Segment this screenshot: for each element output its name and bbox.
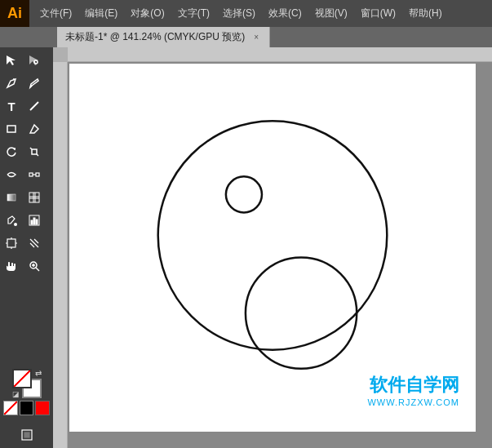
extra-color-row <box>3 398 50 418</box>
menu-type[interactable]: 文字(T) <box>172 5 215 22</box>
tab-title: 未标题-1* @ 141.24% (CMYK/GPU 预览) <box>65 30 245 44</box>
paint-bucket-button[interactable] <box>0 209 23 232</box>
hand-tool-button[interactable] <box>0 255 23 277</box>
svg-line-30 <box>30 243 34 247</box>
menu-help[interactable]: 帮助(H) <box>403 5 448 22</box>
warp-tool-button[interactable] <box>0 163 23 186</box>
color-area: ⇄ ◪ <box>0 364 53 421</box>
pencil-tool-button[interactable] <box>23 72 46 95</box>
svg-line-29 <box>34 239 38 243</box>
direct-selection-tool-button[interactable] <box>23 49 46 72</box>
color-swatches: ⇄ ◪ <box>12 369 42 398</box>
svg-line-8 <box>37 154 38 156</box>
screen-mode-button[interactable] <box>19 427 35 443</box>
tool-row-8 <box>0 209 53 232</box>
svg-point-3 <box>13 78 15 80</box>
svg-rect-6 <box>32 149 37 154</box>
menu-select[interactable]: 选择(S) <box>217 5 261 22</box>
tool-row-3: T <box>0 95 53 118</box>
eraser-tool-button[interactable] <box>23 118 46 140</box>
svg-point-38 <box>226 176 262 212</box>
zoom-tool-button[interactable] <box>23 255 46 277</box>
black-swatch[interactable] <box>20 401 34 415</box>
svg-line-4 <box>30 102 38 110</box>
toolbar: T <box>0 47 53 448</box>
svg-rect-13 <box>29 193 39 202</box>
ai-logo: Ai <box>0 0 29 27</box>
canvas[interactable]: 软件自学网 WWW.RJZXW.COM <box>69 64 476 432</box>
tool-row-9 <box>0 232 53 255</box>
gradient-tool-button[interactable] <box>0 186 23 209</box>
canvas-area[interactable]: 软件自学网 WWW.RJZXW.COM <box>53 47 492 448</box>
svg-point-2 <box>34 60 38 64</box>
svg-point-39 <box>246 258 357 369</box>
watermark-sub-text: WWW.RJZXW.COM <box>367 397 459 407</box>
artboard-tool-button[interactable] <box>0 232 23 255</box>
slice-tool-button[interactable] <box>23 232 46 255</box>
main-layout: T <box>0 47 492 448</box>
menu-edit[interactable]: 编辑(E) <box>79 5 123 22</box>
foreground-color-swatch[interactable] <box>12 369 32 388</box>
menu-window[interactable]: 窗口(W) <box>355 5 401 22</box>
svg-line-32 <box>36 268 39 271</box>
vertical-ruler <box>53 47 68 448</box>
tool-row-1 <box>0 49 53 72</box>
rectangle-tool-button[interactable] <box>0 118 23 140</box>
menu-bar: 文件(F) 编辑(E) 对象(O) 文字(T) 选择(S) 效果(C) 视图(V… <box>29 0 492 27</box>
scale-tool-button[interactable] <box>23 140 46 163</box>
tool-row-4 <box>0 118 53 140</box>
svg-rect-10 <box>36 173 39 176</box>
svg-point-18 <box>14 223 17 226</box>
rotate-tool-button[interactable] <box>0 140 23 163</box>
menu-object[interactable]: 对象(O) <box>125 5 170 22</box>
swap-colors-icon[interactable]: ⇄ <box>35 369 42 378</box>
blend-tool-button[interactable] <box>23 163 46 186</box>
mesh-tool-button[interactable] <box>23 186 46 209</box>
tab-bar: 未标题-1* @ 141.24% (CMYK/GPU 预览) × <box>0 27 492 47</box>
svg-rect-12 <box>7 194 16 201</box>
menu-file[interactable]: 文件(F) <box>34 5 78 22</box>
tool-row-7 <box>0 186 53 209</box>
pen-tool-button[interactable] <box>0 72 23 95</box>
red-swatch[interactable] <box>35 401 50 415</box>
svg-rect-36 <box>24 432 29 437</box>
tool-row-2 <box>0 72 53 95</box>
selection-tool-button[interactable] <box>0 49 23 72</box>
watermark-main-text: 软件自学网 <box>367 373 459 397</box>
title-bar: Ai 文件(F) 编辑(E) 对象(O) 文字(T) 选择(S) 效果(C) 视… <box>0 0 492 27</box>
tab-close-button[interactable]: × <box>251 33 261 42</box>
svg-marker-0 <box>7 55 16 65</box>
default-colors-icon[interactable]: ◪ <box>12 390 20 398</box>
tool-row-6 <box>0 163 53 186</box>
svg-rect-20 <box>31 220 33 224</box>
svg-line-28 <box>30 239 38 247</box>
svg-rect-23 <box>7 239 16 247</box>
ruler-corner <box>53 47 68 62</box>
watermark: 软件自学网 WWW.RJZXW.COM <box>367 373 459 407</box>
menu-view[interactable]: 视图(V) <box>309 5 353 22</box>
tool-row-10 <box>0 255 53 277</box>
svg-point-37 <box>158 121 388 350</box>
line-tool-button[interactable] <box>23 95 46 118</box>
document-tab[interactable]: 未标题-1* @ 141.24% (CMYK/GPU 预览) × <box>57 27 270 47</box>
svg-rect-22 <box>36 220 38 224</box>
tool-row-5 <box>0 140 53 163</box>
none-swatch[interactable] <box>3 401 18 415</box>
svg-rect-21 <box>33 218 35 224</box>
menu-effect[interactable]: 效果(C) <box>263 5 308 22</box>
screen-modes-row <box>0 424 53 448</box>
horizontal-ruler <box>53 47 492 62</box>
svg-line-7 <box>30 148 32 149</box>
svg-rect-9 <box>29 173 33 176</box>
svg-rect-5 <box>7 126 16 132</box>
chart-tool-button[interactable] <box>23 209 46 232</box>
type-tool-button[interactable]: T <box>0 95 23 118</box>
